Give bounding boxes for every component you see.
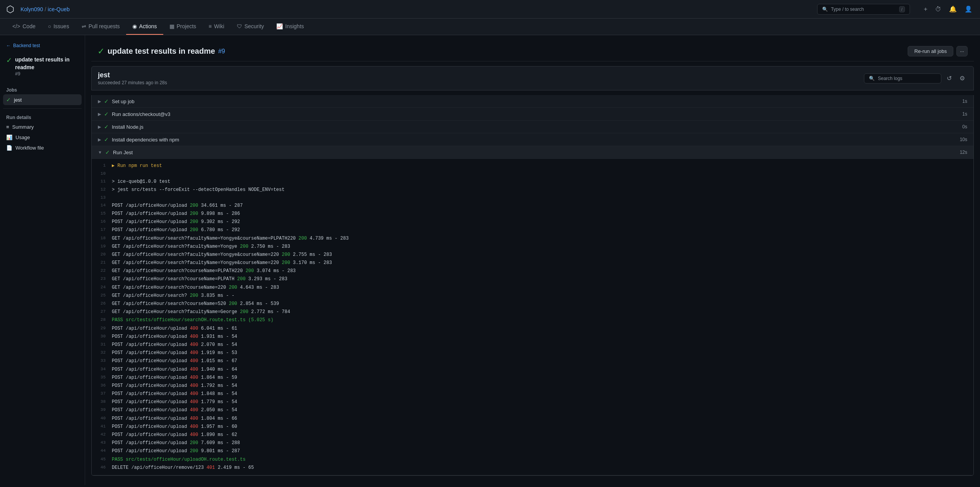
- sidebar-item-jest[interactable]: ✓ jest: [3, 94, 82, 105]
- log-line-content: GET /api/officeHour/search?facultyName=Y…: [112, 235, 349, 242]
- nav-label-issues: Issues: [53, 23, 69, 29]
- nav-item-insights[interactable]: 📈 Insights: [270, 19, 310, 35]
- avatar-button[interactable]: 👤: [963, 4, 974, 14]
- search-bar[interactable]: 🔍 Type / to search /: [817, 4, 910, 15]
- nav-repo[interactable]: ice-Queb: [48, 6, 70, 12]
- nav-item-actions[interactable]: ◉ Actions: [126, 19, 163, 35]
- github-logo: ⬡: [6, 4, 14, 15]
- log-line: 17POST /api/officeHour/upload 200 6.780 …: [92, 226, 973, 234]
- search-icon: 🔍: [822, 7, 828, 12]
- log-line: 41POST /api/officeHour/upload 400 1.957 …: [92, 423, 973, 431]
- back-label: Backend test: [13, 43, 40, 48]
- log-line: 13: [92, 194, 973, 202]
- log-line: 37POST /api/officeHour/upload 400 1.848 …: [92, 390, 973, 398]
- new-button[interactable]: +: [922, 4, 929, 14]
- log-line-number: 28: [98, 317, 112, 324]
- nav-separator: /: [44, 6, 46, 12]
- step-success-icon-4: ✓: [104, 136, 109, 143]
- log-line: 14POST /api/officeHour/upload 200 34.661…: [92, 202, 973, 210]
- back-link[interactable]: ← Backend test: [3, 41, 82, 50]
- search-logs-wrapper[interactable]: 🔍 Search logs: [864, 73, 941, 83]
- nav-item-code[interactable]: </> Code: [6, 19, 42, 35]
- log-line: 1▶ Run npm run test: [92, 162, 973, 170]
- log-line: 40POST /api/officeHour/upload 400 1.804 …: [92, 415, 973, 423]
- job-header: jest succeeded 27 minutes ago in 28s 🔍 S…: [91, 66, 974, 90]
- step-duration-set-up-job: 1s: [962, 99, 967, 104]
- log-line: 11> ice-queb@1.0.0 test: [92, 178, 973, 186]
- summary-label: Summary: [12, 124, 34, 130]
- step-label-deps: Install dependencies with npm: [112, 137, 179, 143]
- log-line-number: 30: [98, 333, 112, 340]
- log-line: 45PASS src/tests/officeHour/uploadOH.rou…: [92, 456, 973, 464]
- settings-button[interactable]: ⚙: [957, 73, 967, 83]
- nav-label-wiki: Wiki: [214, 23, 224, 29]
- log-line-content: GET /api/officeHour/search?facultyName=Y…: [112, 259, 332, 267]
- step-label-checkout: Run actions/checkout@v3: [112, 111, 170, 117]
- chevron-right-icon-2: ▶: [98, 112, 101, 117]
- log-line-number: 26: [98, 300, 112, 307]
- more-options-button[interactable]: ···: [956, 46, 968, 56]
- log-line-content: PASS src/tests/officeHour/uploadOH.route…: [112, 456, 246, 463]
- log-line: 36POST /api/officeHour/upload 400 1.792 …: [92, 382, 973, 390]
- step-success-icon-jest: ✓: [105, 149, 110, 155]
- log-line: 28PASS src/tests/officeHour/searchOH.rou…: [92, 316, 973, 324]
- issues-button[interactable]: ⏱: [934, 4, 943, 14]
- rerun-all-button[interactable]: Re-run all jobs: [908, 46, 953, 56]
- workflow-info: update test results in readme #9: [15, 56, 79, 77]
- step-success-icon: ✓: [104, 98, 109, 104]
- refresh-button[interactable]: ↺: [944, 73, 954, 83]
- step-left-jest: ▼ ✓ Run Jest: [98, 149, 133, 155]
- sidebar-item-workflow-file[interactable]: 📄 Workflow file: [3, 143, 82, 153]
- log-line: 19GET /api/officeHour/search?facultyName…: [92, 243, 973, 251]
- log-line-number: 34: [98, 366, 112, 373]
- usage-icon: 📊: [6, 135, 12, 140]
- repo-nav: </> Code ○ Issues ⇌ Pull requests ◉ Acti…: [0, 19, 980, 35]
- log-line-content: POST /api/officeHour/upload 400 1.919 ms…: [112, 349, 237, 357]
- log-line: 44POST /api/officeHour/upload 200 9.801 …: [92, 447, 973, 455]
- wiki-icon: ≡: [209, 23, 212, 29]
- log-line: 34POST /api/officeHour/upload 400 1.940 …: [92, 366, 973, 374]
- step-set-up-job[interactable]: ▶ ✓ Set up job 1s: [92, 95, 973, 108]
- nav-label-actions: Actions: [139, 23, 157, 29]
- nav-label-pullrequests: Pull requests: [89, 23, 120, 29]
- log-line-content: POST /api/officeHour/upload 200 9.302 ms…: [112, 218, 240, 226]
- log-line-content: POST /api/officeHour/upload 400 1.779 ms…: [112, 398, 237, 406]
- step-left-checkout: ▶ ✓ Run actions/checkout@v3: [98, 111, 170, 117]
- log-line: 46DELETE /api/officeHour/remove/123 401 …: [92, 464, 973, 472]
- nav-username[interactable]: Kolyn090: [21, 6, 43, 12]
- log-line-content: POST /api/officeHour/upload 400 1.890 ms…: [112, 431, 237, 439]
- nav-item-projects[interactable]: ▦ Projects: [163, 19, 203, 35]
- nav-item-security[interactable]: 🛡 Security: [231, 19, 270, 35]
- log-line-content: POST /api/officeHour/upload 400 1.940 ms…: [112, 366, 237, 373]
- notifications-button[interactable]: 🔔: [948, 4, 958, 14]
- nav-user: Kolyn090 / ice-Queb: [21, 6, 70, 12]
- nav-item-issues[interactable]: ○ Issues: [42, 19, 75, 35]
- log-line-number: 46: [98, 464, 112, 471]
- step-install-deps[interactable]: ▶ ✓ Install dependencies with npm 10s: [92, 133, 973, 146]
- log-line-number: 35: [98, 374, 112, 381]
- log-line: 18GET /api/officeHour/search?facultyName…: [92, 235, 973, 243]
- workflow-success-icon: ✓: [6, 56, 12, 65]
- step-label-nodejs: Install Node.js: [112, 124, 144, 130]
- nav-label-code: Code: [22, 23, 35, 29]
- step-install-nodejs[interactable]: ▶ ✓ Install Node.js 0s: [92, 121, 973, 133]
- log-line-content: POST /api/officeHour/upload 400 1.931 ms…: [112, 333, 237, 341]
- log-line-number: 27: [98, 308, 112, 315]
- sidebar-item-usage[interactable]: 📊 Usage: [3, 132, 82, 143]
- nav-item-wiki[interactable]: ≡ Wiki: [202, 19, 231, 35]
- log-line-number: 11: [98, 178, 112, 185]
- nav-item-pullrequests[interactable]: ⇌ Pull requests: [75, 19, 126, 35]
- security-icon: 🛡: [237, 23, 242, 29]
- step-run-checkout[interactable]: ▶ ✓ Run actions/checkout@v3 1s: [92, 108, 973, 121]
- step-left-deps: ▶ ✓ Install dependencies with npm: [98, 136, 179, 143]
- sidebar-item-summary[interactable]: ≡ Summary: [3, 122, 82, 132]
- step-run-jest[interactable]: ▼ ✓ Run Jest 12s: [92, 146, 973, 159]
- log-line: 22GET /api/officeHour/search?courseName=…: [92, 267, 973, 275]
- log-line-number: 22: [98, 267, 112, 274]
- log-line-content: POST /api/officeHour/upload 200 9.898 ms…: [112, 210, 240, 218]
- step-duration-deps: 10s: [960, 137, 967, 142]
- log-line-number: 29: [98, 325, 112, 332]
- log-line-content: POST /api/officeHour/upload 400 1.015 ms…: [112, 358, 237, 365]
- log-line-number: 24: [98, 284, 112, 291]
- step-left-set-up-job: ▶ ✓ Set up job: [98, 98, 135, 104]
